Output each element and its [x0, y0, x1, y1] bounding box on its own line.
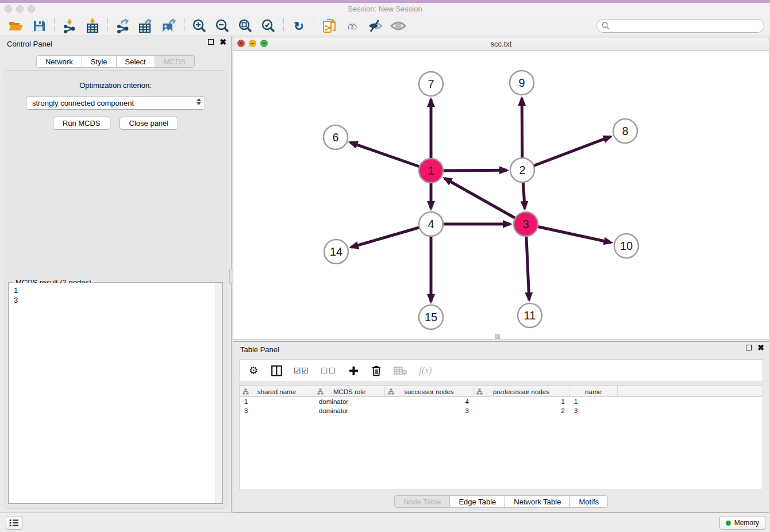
apply-layout-icon: ↻	[294, 20, 304, 32]
close-panel-button[interactable]: Close panel	[120, 117, 179, 130]
titlebar[interactable]: Session: New Session	[0, 3, 770, 16]
save-session-button[interactable]	[28, 17, 51, 34]
gear-icon: ⚙	[249, 365, 258, 376]
edge-2-8[interactable]	[522, 137, 611, 170]
apply-function-button[interactable]: f(x)	[419, 365, 432, 376]
apply-layout-button[interactable]: ↻	[287, 17, 310, 34]
column-layout-button[interactable]	[271, 365, 282, 376]
tab-style[interactable]: Style	[82, 55, 117, 68]
node-9[interactable]: 9	[510, 71, 534, 95]
tab-network-table[interactable]: Network Table	[505, 495, 570, 508]
network-canvas[interactable]: 7968124314101511	[233, 51, 769, 340]
table-cell[interactable]: 3	[569, 406, 618, 415]
table-cell[interactable]: dominator	[314, 397, 385, 406]
open-session-button[interactable]	[5, 17, 28, 34]
column-label: name	[585, 388, 602, 395]
export-image-button[interactable]	[157, 17, 180, 34]
network-window-titlebar[interactable]: ✕ − + scc.txt	[233, 37, 769, 51]
zoom-fit-button[interactable]	[234, 17, 257, 34]
node-7[interactable]: 7	[419, 72, 443, 96]
table-settings-button[interactable]: ⚙	[248, 365, 259, 376]
close-panel-icon[interactable]: ✖	[220, 39, 226, 45]
svg-text:2: 2	[519, 164, 525, 176]
delete-column-button[interactable]	[371, 365, 382, 376]
memory-button[interactable]: Memory	[719, 516, 765, 530]
run-mcds-button[interactable]: Run MCDS	[53, 117, 110, 130]
node-15[interactable]: 15	[419, 305, 443, 329]
float-panel-icon[interactable]	[208, 39, 214, 45]
table-cell[interactable]: dominator	[314, 406, 385, 415]
status-bar: Memory	[0, 512, 770, 532]
app-window: Session: New Session	[0, 0, 770, 532]
edge-3-10[interactable]	[526, 224, 611, 242]
mcds-result-area[interactable]: 1 3	[9, 283, 222, 503]
column-header-shared-name[interactable]: shared name	[240, 386, 314, 397]
search-field[interactable]	[596, 19, 764, 33]
node-14[interactable]: 14	[324, 240, 348, 264]
node-11[interactable]: 11	[518, 303, 542, 327]
float-panel-icon[interactable]	[746, 345, 752, 350]
delete-table-button[interactable]	[394, 366, 407, 375]
search-icon	[602, 22, 610, 30]
import-network-button[interactable]	[58, 17, 81, 34]
table-cell[interactable]: 1	[473, 397, 569, 406]
export-network-button[interactable]	[111, 17, 134, 34]
table-row[interactable]: 3dominator323	[240, 406, 763, 415]
search-input[interactable]	[610, 22, 764, 30]
edge-1-6[interactable]	[350, 142, 431, 171]
create-column-button[interactable]	[348, 366, 359, 376]
table-cell[interactable]: 2	[473, 406, 569, 415]
table-cell[interactable]: 1	[569, 397, 618, 406]
table-cell[interactable]: 1	[240, 397, 314, 406]
table-cell[interactable]: 4	[385, 397, 473, 406]
deselect-all-columns-button[interactable]: ☐☐	[321, 366, 336, 375]
table-row[interactable]: 1dominator411	[240, 397, 763, 406]
edge-3-1[interactable]	[445, 178, 526, 224]
show-eye-button[interactable]	[387, 17, 410, 34]
column-header-predecessor-nodes[interactable]: predecessor nodes	[473, 386, 569, 397]
network-from-selection-button[interactable]	[318, 17, 341, 34]
network-graph[interactable]: 7968124314101511	[233, 51, 769, 340]
export-table-button[interactable]	[134, 17, 157, 34]
column-header-successor-nodes[interactable]: successor nodes	[385, 386, 473, 397]
table-cell[interactable]: 3	[240, 406, 314, 415]
canvas-hscroll-thumb[interactable]	[495, 334, 500, 339]
zoom-fit-icon	[238, 19, 253, 33]
node-1[interactable]: 1	[419, 159, 443, 183]
close-panel-icon[interactable]: ✖	[757, 345, 764, 350]
node-10[interactable]: 10	[614, 234, 638, 258]
column-header-name[interactable]: name	[569, 386, 618, 397]
tab-mcds[interactable]: MCDS	[155, 55, 195, 68]
task-history-button[interactable]	[6, 516, 22, 530]
zoom-in-button[interactable]	[188, 17, 211, 34]
deselect-all-icon: ☐☐	[321, 366, 336, 375]
tab-node-table[interactable]: Node Table	[394, 495, 451, 508]
column-label: shared name	[257, 388, 296, 395]
first-neighbors-button[interactable]: ⌂⌂	[341, 17, 364, 34]
import-table-icon	[86, 18, 99, 33]
node-6[interactable]: 6	[324, 125, 348, 149]
show-eye-icon	[390, 20, 406, 32]
select-all-columns-button[interactable]: ☑☑	[294, 366, 309, 375]
import-table-button[interactable]	[81, 17, 104, 34]
zoom-selected-icon	[261, 19, 276, 33]
result-scrollbar[interactable]	[215, 283, 222, 503]
table-panel-title: Table Panel	[240, 345, 279, 354]
node-3[interactable]: 3	[514, 212, 538, 236]
table-header-row: shared nameMCDS rolesuccessor nodesprede…	[240, 386, 763, 397]
column-header-MCDS-role[interactable]: MCDS role	[314, 386, 385, 397]
node-4[interactable]: 4	[419, 212, 443, 236]
node-2[interactable]: 2	[510, 158, 534, 182]
hide-selected-button[interactable]	[364, 17, 387, 34]
node-table[interactable]: shared nameMCDS rolesuccessor nodesprede…	[239, 385, 763, 490]
tab-motifs[interactable]: Motifs	[570, 495, 608, 508]
table-cell[interactable]: 3	[385, 406, 473, 415]
zoom-out-button[interactable]	[211, 17, 234, 34]
tab-network[interactable]: Network	[36, 55, 82, 68]
first-neighbors-icon: ⌂⌂	[348, 20, 357, 32]
tab-edge-table[interactable]: Edge Table	[450, 495, 505, 508]
node-8[interactable]: 8	[613, 119, 637, 143]
criterion-dropdown[interactable]: strongly connected component	[26, 96, 205, 110]
tab-select[interactable]: Select	[117, 55, 155, 68]
zoom-selected-button[interactable]	[257, 17, 280, 34]
